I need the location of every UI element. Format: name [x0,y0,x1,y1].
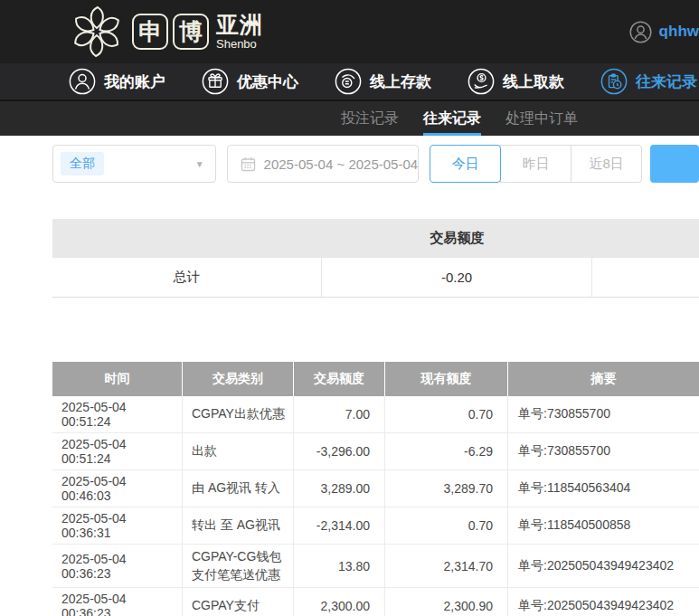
tab-pending-orders[interactable]: 处理中订单 [505,101,578,136]
cell-summary: 单号:202505043949423402 [508,545,699,588]
col-header-amount: 交易额度 [294,362,385,396]
cell-time: 2025-05-04 00:51:24 [52,433,183,470]
user-account[interactable]: qhhw [629,0,699,63]
cell-balance: 0.70 [385,507,508,545]
nav-label: 往来记录 [636,71,697,92]
cell-amount: 2,300.00 [294,588,385,616]
deposit-hand-coin-icon [335,68,362,95]
summary-header-label: 交易额度 [322,219,592,258]
yesterday-button[interactable]: 昨日 [500,145,571,183]
summary-total-value: -0.20 [322,258,592,297]
tab-bet-records[interactable]: 投注记录 [341,101,399,136]
cell-balance: 0.70 [385,396,508,433]
record-tabs: 投注记录 往来记录 处理中订单 [0,101,699,136]
cell-type: CGPAY-CG钱包支付笔笔送优惠 [183,545,294,588]
nav-label: 线上取款 [503,71,564,92]
nav-label: 线上存款 [370,71,431,92]
today-button[interactable]: 今日 [430,145,501,183]
transaction-records-icon [600,68,628,95]
cell-amount: -3,296.00 [294,433,385,470]
cell-summary: 单号:118540500858 [508,507,699,545]
cell-summary: 单号:730855700 [508,433,699,470]
quick-date-buttons: 今日 昨日 近8日 [430,145,642,183]
summary-header-empty [52,219,322,258]
cell-time: 2025-05-04 00:46:03 [52,470,183,507]
last-8-days-button[interactable]: 近8日 [571,145,642,183]
date-range-input[interactable]: 2025-05-04 ~ 2025-05-04 [227,145,420,183]
nav-label: 我的账户 [104,71,165,92]
cell-type: 由 AG视讯 转入 [183,470,294,507]
main-nav: 我的账户 优惠中心 线上存款 线上取款 [0,63,699,101]
summary-total-row: 总计 -0.20 [52,258,699,298]
cell-type: 转出 至 AG视讯 [183,507,294,545]
gift-icon [202,68,229,95]
logo-subtitle: Shenbo [216,37,263,51]
chevron-down-icon: ▼ [195,159,204,169]
cell-amount: -2,314.00 [294,507,385,545]
summary-table: 交易额度 总计 -0.20 [52,219,699,298]
avatar-icon [629,21,652,43]
cell-type: 出款 [183,433,294,470]
user-icon [69,68,96,95]
logo-region: 亚洲 [216,13,263,36]
nav-item-deposit[interactable]: 线上存款 [335,68,431,95]
type-filter-selected-chip: 全部 [61,152,104,175]
cell-type: CGPAY出款优惠 [183,396,294,433]
col-header-summary: 摘要 [508,362,699,396]
top-header: 申 博 亚洲 Shenbo qhhw [0,0,699,63]
nav-item-withdraw[interactable]: 线上取款 [468,68,564,95]
cell-balance: 2,314.70 [385,545,508,588]
logo-char-bo: 博 [173,14,209,50]
summary-header-row: 交易额度 [52,219,699,258]
cell-balance: -6.29 [385,433,508,470]
records-table: 时间 交易类别 交易额度 现有额度 摘要 2025-05-04 00:51:24… [52,362,699,616]
calendar-icon [241,156,256,172]
nav-item-my-account[interactable]: 我的账户 [69,68,165,95]
search-button[interactable] [650,145,699,183]
type-filter-select[interactable]: 全部 ▼ [52,145,216,183]
summary-header-empty [592,219,699,258]
nav-label: 优惠中心 [237,71,298,92]
cell-time: 2025-05-04 00:51:24 [52,396,183,433]
nav-item-promotions[interactable]: 优惠中心 [202,68,298,95]
logo[interactable]: 申 博 亚洲 Shenbo [72,4,263,60]
nav-item-records[interactable]: 往来记录 [600,68,697,95]
col-header-type: 交易类别 [183,362,294,396]
username: qhhw [659,23,699,41]
cell-time: 2025-05-04 00:36:23 [52,588,183,616]
cell-time: 2025-05-04 00:36:31 [52,507,183,545]
col-header-time: 时间 [52,362,183,396]
filter-bar: 全部 ▼ 2025-05-04 ~ 2025-05-04 今日 昨日 近8日 [52,145,699,183]
logo-char-shen: 申 [132,14,168,50]
flower-logo-icon [72,4,121,60]
date-range-value: 2025-05-04 ~ 2025-05-04 [264,156,419,172]
summary-total-label: 总计 [52,258,322,297]
cell-type: CGPAY支付 [183,588,294,616]
cell-amount: 13.80 [294,545,385,588]
col-header-balance: 现有额度 [385,362,508,396]
cell-amount: 3,289.00 [294,470,385,507]
cell-balance: 3,289.70 [385,470,508,507]
tab-transaction-records[interactable]: 往来记录 [423,101,481,136]
cell-summary: 单号:202505043949423402 [508,588,699,616]
summary-empty-cell [592,258,699,297]
cell-amount: 7.00 [294,396,385,433]
withdraw-hand-coin-icon [468,68,495,95]
cell-time: 2025-05-04 00:36:23 [52,545,183,588]
cell-balance: 2,300.90 [385,588,508,616]
cell-summary: 单号:730855700 [508,396,699,433]
cell-summary: 单号:118540563404 [508,470,699,507]
